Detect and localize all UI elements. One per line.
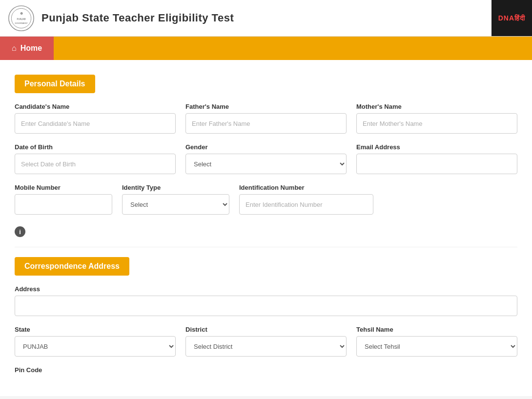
tehsil-select[interactable]: Select Tehsil (356, 336, 517, 357)
email-input[interactable] (356, 154, 517, 174)
home-label: Home (20, 44, 42, 53)
father-name-group: Father's Name (185, 103, 347, 134)
mobile-group: Mobile Number (15, 184, 112, 215)
tehsil-label: Tehsil Name (356, 326, 517, 333)
home-button[interactable]: ⌂ Home (0, 37, 54, 60)
identification-number-input[interactable] (239, 194, 373, 215)
mobile-input[interactable] (15, 194, 112, 215)
personal-details-section: Personal Details Candidate's Name Father… (15, 75, 517, 237)
district-label: District (185, 326, 347, 333)
tehsil-group: Tehsil Name Select Tehsil (356, 326, 517, 357)
dob-group: Date of Birth (15, 143, 176, 174)
state-group: State PUNJAB Delhi Haryana Himachal Prad… (15, 326, 176, 357)
identity-type-select[interactable]: Select Aadhaar Passport Voter ID PAN Car… (122, 194, 229, 215)
dob-gender-email-row: Date of Birth Gender Select Male Female … (15, 143, 517, 174)
mobile-label: Mobile Number (15, 184, 112, 191)
address-input[interactable] (15, 296, 517, 316)
correspondence-address-header: Correspondence Address (15, 257, 129, 276)
section-divider (15, 247, 517, 247)
candidate-name-label: Candidate's Name (15, 103, 176, 110)
correspondence-address-section: Correspondence Address Address State PUN… (15, 257, 517, 377)
identity-type-label: Identity Type (122, 184, 229, 191)
father-name-input[interactable] (185, 113, 347, 134)
state-district-tehsil-row: State PUNJAB Delhi Haryana Himachal Prad… (15, 326, 517, 357)
mobile-identity-row: Mobile Number Identity Type Select Aadha… (15, 184, 517, 215)
pincode-group: Pin Code (15, 366, 112, 377)
dob-label: Date of Birth (15, 143, 176, 151)
info-row: i (15, 224, 517, 237)
navbar: ⌂ Home (0, 37, 532, 60)
identification-number-label: Identification Number (239, 184, 373, 191)
state-select[interactable]: PUNJAB Delhi Haryana Himachal Pradesh (15, 336, 176, 357)
gender-label: Gender (185, 143, 347, 151)
district-group: District Select District Amritsar Ludhia… (185, 326, 347, 357)
gender-group: Gender Select Male Female Other (185, 143, 347, 174)
dna-logo: DNAहिंदी (491, 0, 532, 36)
dna-hindi: हिंदी (514, 14, 525, 22)
info-icon: i (15, 226, 25, 237)
district-select[interactable]: Select District Amritsar Ludhiana Patial… (185, 336, 347, 357)
candidate-name-group: Candidate's Name (15, 103, 176, 134)
personal-details-header: Personal Details (15, 75, 95, 93)
emblem-icon: ☸ PUNJAB GOVERNMENT (8, 5, 35, 32)
header: ☸ PUNJAB GOVERNMENT Punjab State Teacher… (0, 0, 532, 37)
address-label: Address (15, 285, 517, 293)
identity-type-group: Identity Type Select Aadhaar Passport Vo… (122, 184, 229, 215)
mother-name-input[interactable] (356, 113, 517, 134)
candidate-name-input[interactable] (15, 113, 176, 134)
home-icon: ⌂ (12, 44, 17, 53)
name-row: Candidate's Name Father's Name Mother's … (15, 103, 517, 134)
email-group: Email Address (356, 143, 517, 174)
pincode-label: Pin Code (15, 366, 112, 374)
address-row: Address (15, 285, 517, 316)
state-label: State (15, 326, 176, 333)
pincode-row: Pin Code (15, 366, 517, 377)
mother-name-group: Mother's Name (356, 103, 517, 134)
svg-text:GOVERNMENT: GOVERNMENT (15, 22, 28, 24)
gender-select[interactable]: Select Male Female Other (185, 154, 347, 174)
header-title: Punjab State Teacher Eligibility Test (41, 12, 234, 24)
dob-input[interactable] (15, 154, 176, 174)
svg-text:☸: ☸ (20, 11, 23, 16)
father-name-label: Father's Name (185, 103, 347, 110)
email-label: Email Address (356, 143, 517, 151)
main-content: Personal Details Candidate's Name Father… (0, 60, 532, 396)
identification-number-group: Identification Number (239, 184, 373, 215)
address-group: Address (15, 285, 517, 316)
mother-name-label: Mother's Name (356, 103, 517, 110)
svg-text:PUNJAB: PUNJAB (17, 18, 25, 20)
dna-text: DNA (498, 14, 514, 22)
